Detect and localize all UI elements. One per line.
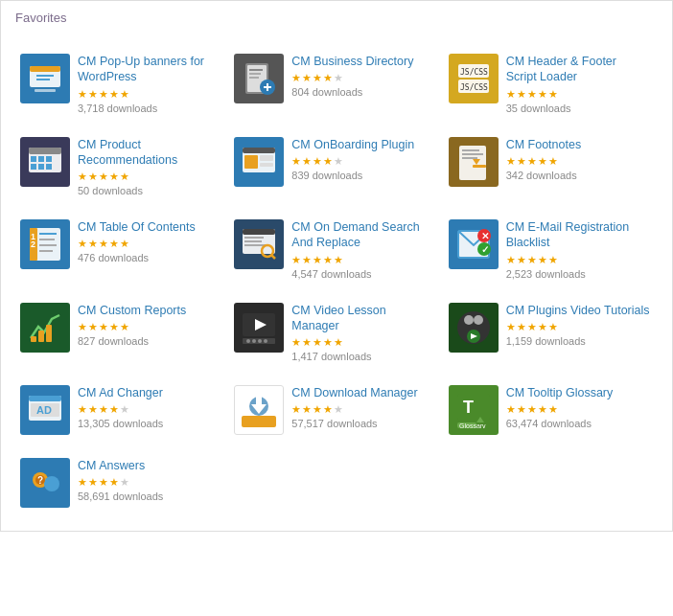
svg-rect-3 [36, 79, 50, 80]
star-full: ★ [548, 321, 558, 333]
plugin-icon: JS/CSSJS/CSS [449, 54, 499, 103]
svg-rect-23 [46, 156, 52, 162]
plugin-info: CM Header & Footer Script Loader ★★★★★ 3… [506, 54, 650, 114]
plugin-icon [234, 303, 284, 353]
plugin-name[interactable]: CM OnBoarding Plugin [291, 137, 435, 152]
star-full: ★ [517, 403, 526, 416]
star-full: ★ [99, 403, 108, 416]
star-rating: ★★★★★ [291, 336, 435, 349]
star-rating: ★★★★★ [78, 171, 221, 183]
star-full: ★ [302, 403, 312, 416]
download-count: 476 downloads [78, 252, 221, 263]
star-full: ★ [78, 238, 87, 250]
svg-rect-2 [36, 75, 54, 77]
svg-point-66 [258, 339, 262, 343]
svg-rect-29 [260, 163, 273, 167]
plugin-info: CM Table Of Contents ★★★★★ 476 downloads [78, 219, 221, 263]
svg-rect-58 [31, 336, 36, 342]
download-count: 57,517 downloads [291, 418, 435, 429]
star-full: ★ [291, 336, 301, 349]
plugin-name[interactable]: CM Header & Footer Script Loader [506, 54, 650, 85]
plugin-name[interactable]: CM On Demand Search And Replace [291, 219, 435, 251]
svg-text:✓: ✓ [481, 244, 489, 255]
svg-rect-21 [38, 156, 44, 162]
download-count: 3,718 downloads [78, 103, 221, 114]
star-full: ★ [291, 403, 301, 416]
section-title: Favorites [15, 11, 658, 30]
star-rating: ★★★★★ [78, 88, 221, 101]
plugin-name[interactable]: CM Custom Reports [78, 303, 221, 318]
star-full: ★ [109, 321, 119, 333]
svg-rect-19 [31, 156, 36, 162]
star-full: ★ [99, 171, 108, 183]
plugin-name[interactable]: CM Ad Changer [78, 385, 221, 400]
star-empty: ★ [334, 403, 343, 416]
star-full: ★ [517, 88, 526, 101]
plugin-name[interactable]: CM Tooltip Glossary [506, 385, 650, 400]
list-item: ? CM Answers ★★★★★ 58,691 downloads [15, 448, 229, 521]
list-item: CM Footnotes ★★★★★ 342 downloads [444, 127, 658, 211]
star-rating: ★★★★★ [78, 476, 221, 489]
star-full: ★ [99, 476, 108, 489]
star-full: ★ [538, 88, 547, 101]
star-full: ★ [313, 254, 322, 266]
star-full: ★ [313, 72, 322, 84]
star-full: ★ [538, 321, 547, 333]
list-item: TGlossary CM Tooltip Glossary ★★★★★ 63,4… [444, 376, 658, 448]
plugin-name[interactable]: CM Plugins Video Tutorials [506, 303, 650, 318]
svg-rect-18 [29, 148, 61, 154]
svg-rect-77 [242, 416, 276, 427]
plugin-icon [449, 303, 499, 353]
plugin-info: CM Video Lesson Manager ★★★★★ 1,417 down… [291, 303, 435, 363]
star-full: ★ [88, 171, 98, 183]
svg-text:2: 2 [31, 240, 35, 249]
download-count: 1,417 downloads [291, 351, 435, 362]
plugin-name[interactable]: CM Table Of Contents [78, 219, 221, 235]
plugin-info: CM Custom Reports ★★★★★ 827 downloads [78, 303, 221, 347]
plugin-info: CM Product Recommendations ★★★★★ 50 down… [78, 137, 221, 197]
svg-rect-46 [244, 237, 264, 239]
plugin-name[interactable]: CM Pop-Up banners for WordPress [78, 54, 221, 85]
star-full: ★ [99, 238, 108, 250]
star-full: ★ [302, 254, 312, 266]
svg-rect-59 [38, 331, 44, 342]
plugin-name[interactable]: CM Product Recommendations [78, 137, 221, 169]
plugin-name[interactable]: CM Business Directory [291, 54, 435, 69]
plugin-name[interactable]: CM Answers [78, 458, 221, 473]
star-full: ★ [291, 155, 301, 168]
star-half: ★ [548, 403, 558, 416]
list-item: JS/CSSJS/CSS CM Header & Footer Script L… [444, 44, 658, 127]
star-full: ★ [506, 321, 516, 333]
star-full: ★ [506, 254, 516, 266]
svg-rect-20 [31, 164, 36, 170]
list-item: CM Download Manager ★★★★★ 57,517 downloa… [229, 376, 443, 448]
star-rating: ★★★★★ [291, 254, 435, 266]
svg-rect-42 [39, 244, 57, 246]
star-full: ★ [120, 88, 129, 101]
svg-text:✕: ✕ [481, 231, 489, 241]
star-full: ★ [538, 155, 547, 168]
plugin-icon: ✕✓ [449, 219, 499, 269]
star-rating: ★★★★★ [506, 88, 650, 101]
plugin-name[interactable]: CM Video Lesson Manager [291, 303, 435, 334]
list-item: 12 CM Table Of Contents ★★★★★ 476 downlo… [15, 210, 229, 293]
plugin-icon [234, 137, 284, 187]
plugin-name[interactable]: CM E-Mail Registration Blacklist [506, 219, 650, 251]
svg-rect-60 [46, 325, 52, 342]
plugins-grid: CM Pop-Up banners for WordPress ★★★★★ 3,… [15, 44, 658, 521]
star-full: ★ [517, 321, 526, 333]
star-full: ★ [88, 403, 98, 416]
download-count: 35 downloads [506, 103, 650, 114]
star-full: ★ [88, 476, 98, 489]
svg-text:?: ? [37, 475, 43, 486]
svg-rect-41 [39, 239, 55, 240]
star-full: ★ [291, 254, 301, 266]
plugin-name[interactable]: CM Download Manager [291, 385, 435, 400]
star-full: ★ [302, 155, 312, 168]
star-full: ★ [334, 254, 343, 266]
plugin-icon [234, 385, 284, 435]
plugin-info: CM Download Manager ★★★★★ 57,517 downloa… [291, 385, 435, 429]
star-full: ★ [313, 155, 322, 168]
plugin-name[interactable]: CM Footnotes [506, 137, 650, 152]
plugin-info: CM Pop-Up banners for WordPress ★★★★★ 3,… [78, 54, 221, 114]
